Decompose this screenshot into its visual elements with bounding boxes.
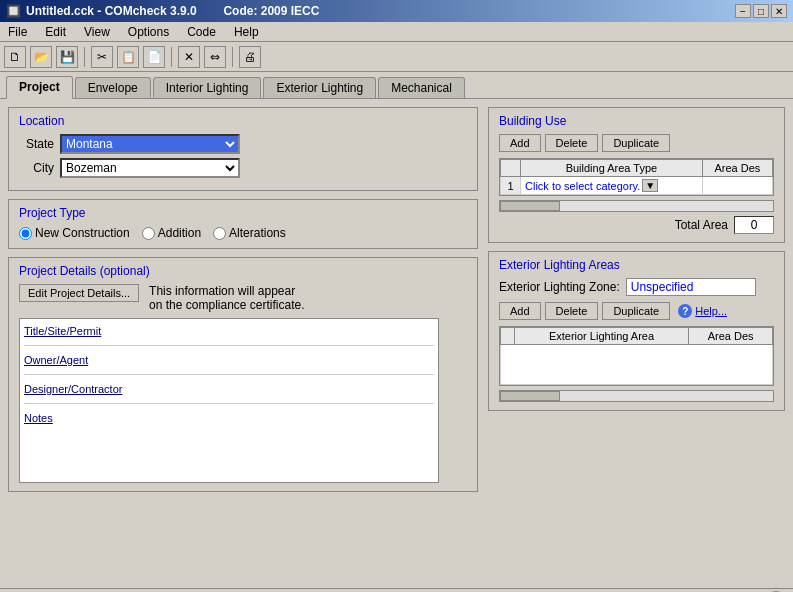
row-area-1[interactable] <box>702 177 772 195</box>
window-controls: − □ ✕ <box>735 4 787 18</box>
city-row: City Bozeman <box>19 158 467 178</box>
menu-edit[interactable]: Edit <box>41 24 70 40</box>
zone-label: Exterior Lighting Zone: <box>499 280 620 294</box>
tab-project[interactable]: Project <box>6 76 73 99</box>
right-panel: Building Use Add Delete Duplicate Buildi… <box>488 107 785 580</box>
ext-col-area: Exterior Lighting Area <box>514 328 688 345</box>
zone-value[interactable]: Unspecified <box>626 278 756 296</box>
menu-code[interactable]: Code <box>183 24 220 40</box>
ext-scroll-thumb[interactable] <box>500 391 560 401</box>
project-type-section: Project Type New Construction Addition A… <box>8 199 478 249</box>
notes-field[interactable]: Notes <box>24 410 434 426</box>
menu-file[interactable]: File <box>4 24 31 40</box>
cut-button[interactable]: ✂ <box>91 46 113 68</box>
building-use-table: Building Area Type Area Des 1 Click to s… <box>500 159 773 195</box>
info-line1: This information will appear <box>149 284 304 298</box>
building-duplicate-button[interactable]: Duplicate <box>602 134 670 152</box>
exterior-lighting-buttons: Add Delete Duplicate ? Help... <box>499 302 774 320</box>
new-button[interactable]: 🗋 <box>4 46 26 68</box>
help-link[interactable]: Help... <box>695 305 727 317</box>
building-use-table-wrapper: Building Area Type Area Des 1 Click to s… <box>499 158 774 196</box>
city-select[interactable]: Bozeman <box>60 158 240 178</box>
radio-addition-label: Addition <box>158 226 201 240</box>
total-area-label: Total Area <box>675 218 728 232</box>
exterior-duplicate-button[interactable]: Duplicate <box>602 302 670 320</box>
menu-help[interactable]: Help <box>230 24 263 40</box>
radio-addition[interactable]: Addition <box>142 226 201 240</box>
title-site-permit-field[interactable]: Title/Site/Permit <box>24 323 434 339</box>
dropdown-arrow-icon[interactable]: ▼ <box>642 179 658 192</box>
designer-contractor-field[interactable]: Designer/Contractor <box>24 381 434 397</box>
row-num-1: 1 <box>501 177 521 195</box>
exterior-table-scrollbar[interactable] <box>499 390 774 402</box>
empty-cell <box>501 345 773 385</box>
menu-options[interactable]: Options <box>124 24 173 40</box>
save-button[interactable]: 💾 <box>56 46 78 68</box>
state-select[interactable]: Montana <box>60 134 240 154</box>
total-area-input[interactable] <box>734 216 774 234</box>
building-use-title: Building Use <box>499 114 774 128</box>
nav-button[interactable]: ⇔ <box>204 46 226 68</box>
app-title: Untitled.cck - COMcheck 3.9.0 <box>26 4 197 18</box>
radio-new-construction-input[interactable] <box>19 227 32 240</box>
project-type-options: New Construction Addition Alterations <box>19 226 467 240</box>
tab-mechanical[interactable]: Mechanical <box>378 77 465 98</box>
state-row: State Montana <box>19 134 467 154</box>
location-section: Location State Montana City Bozeman <box>8 107 478 191</box>
col-num <box>501 160 521 177</box>
menu-view[interactable]: View <box>80 24 114 40</box>
exterior-lighting-table: Exterior Lighting Area Area Des <box>500 327 773 385</box>
close-button[interactable]: ✕ <box>771 4 787 18</box>
tab-envelope[interactable]: Envelope <box>75 77 151 98</box>
help-icon: ? <box>678 304 692 318</box>
exterior-delete-button[interactable]: Delete <box>545 302 599 320</box>
tab-content: Location State Montana City Bozeman Proj… <box>0 98 793 588</box>
copy-button[interactable]: 📋 <box>117 46 139 68</box>
info-line2: on the compliance certificate. <box>149 298 304 312</box>
maximize-button[interactable]: □ <box>753 4 769 18</box>
print-button[interactable]: 🖨 <box>239 46 261 68</box>
owner-agent-field[interactable]: Owner/Agent <box>24 352 434 368</box>
scroll-thumb[interactable] <box>500 201 560 211</box>
tab-bar: Project Envelope Interior Lighting Exter… <box>0 72 793 98</box>
location-title: Location <box>19 114 467 128</box>
radio-new-construction[interactable]: New Construction <box>19 226 130 240</box>
radio-alterations-input[interactable] <box>213 227 226 240</box>
exterior-lighting-section: Exterior Lighting Areas Exterior Lightin… <box>488 251 785 411</box>
delete-button[interactable]: ✕ <box>178 46 200 68</box>
toolbar-sep1 <box>84 47 85 67</box>
exterior-add-button[interactable]: Add <box>499 302 541 320</box>
project-details-box: Title/Site/Permit Owner/Agent Designer/C… <box>19 318 439 483</box>
open-button[interactable]: 📂 <box>30 46 52 68</box>
building-table-scrollbar[interactable] <box>499 200 774 212</box>
radio-addition-input[interactable] <box>142 227 155 240</box>
edit-project-details-button[interactable]: Edit Project Details... <box>19 284 139 302</box>
paste-button[interactable]: 📄 <box>143 46 165 68</box>
table-row: 1 Click to select category. ▼ <box>501 177 773 195</box>
building-delete-button[interactable]: Delete <box>545 134 599 152</box>
row-type-1[interactable]: Click to select category. ▼ <box>521 177 703 195</box>
project-details-title: Project Details (optional) <box>19 264 467 278</box>
ext-col-num <box>501 328 515 345</box>
app-icon: 🔲 <box>6 4 21 18</box>
tab-exterior-lighting[interactable]: Exterior Lighting <box>263 77 376 98</box>
city-label: City <box>19 161 54 175</box>
project-details-section: Project Details (optional) Edit Project … <box>8 257 478 492</box>
radio-alterations-label: Alterations <box>229 226 286 240</box>
click-to-select-label[interactable]: Click to select category. <box>525 180 640 192</box>
radio-alterations[interactable]: Alterations <box>213 226 286 240</box>
toolbar: 🗋 📂 💾 ✂ 📋 📄 ✕ ⇔ 🖨 <box>0 42 793 72</box>
title-bar: 🔲 Untitled.cck - COMcheck 3.9.0 Code: 20… <box>0 0 793 22</box>
tab-interior-lighting[interactable]: Interior Lighting <box>153 77 262 98</box>
building-use-section: Building Use Add Delete Duplicate Buildi… <box>488 107 785 243</box>
minimize-button[interactable]: − <box>735 4 751 18</box>
type-select-container: Click to select category. ▼ <box>525 179 698 192</box>
help-container: ? Help... <box>678 302 727 320</box>
exterior-empty-row <box>501 345 773 385</box>
left-panel: Location State Montana City Bozeman Proj… <box>8 107 478 580</box>
col-building-area-type: Building Area Type <box>521 160 703 177</box>
radio-new-construction-label: New Construction <box>35 226 130 240</box>
status-bar: Choose the state in which the building w… <box>0 588 793 592</box>
building-add-button[interactable]: Add <box>499 134 541 152</box>
exterior-lighting-title: Exterior Lighting Areas <box>499 258 774 272</box>
